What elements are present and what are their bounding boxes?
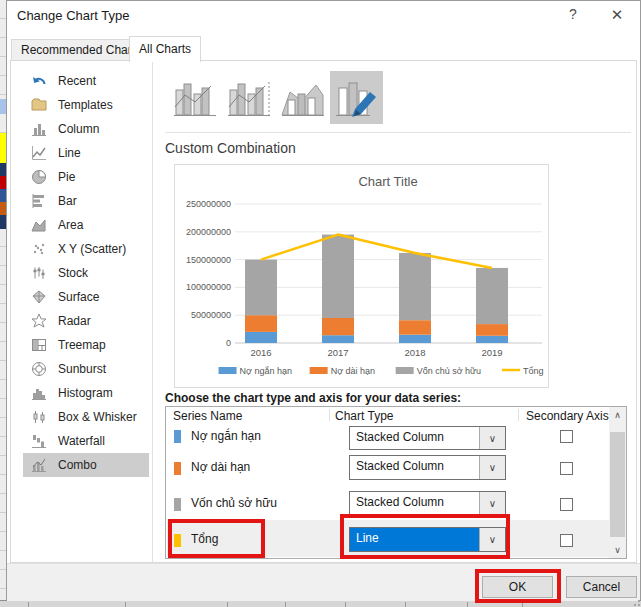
sidebar-item-label: Column — [58, 122, 99, 136]
sidebar-divider — [152, 61, 153, 562]
svg-text:250000000: 250000000 — [186, 199, 231, 209]
scatter-icon — [31, 241, 47, 257]
combo-variant-stacked-area-clustered-column[interactable] — [276, 71, 329, 124]
worksheet-gridline — [467, 602, 468, 607]
column-header-secondary-axis: Secondary Axis — [526, 409, 609, 423]
combo-variant-clustered-column-line-on-secondary-axis[interactable] — [222, 71, 275, 124]
secondary-axis-checkbox[interactable] — [560, 462, 573, 475]
series-table: Series NameChart TypeSecondary AxisNợ ng… — [165, 406, 627, 559]
sidebar-item-sunburst[interactable]: Sunburst — [23, 357, 149, 381]
waterfall-icon — [31, 433, 47, 449]
sidebar-item-box-whisker[interactable]: Box & Whisker — [23, 405, 149, 429]
sunburst-icon — [31, 361, 47, 377]
secondary-axis-checkbox[interactable] — [560, 534, 573, 547]
svg-text:0: 0 — [226, 338, 231, 348]
secondary-axis-checkbox[interactable] — [560, 498, 573, 511]
svg-text:200000000: 200000000 — [186, 227, 231, 237]
series-name-label: Nợ ngắn hạn — [191, 429, 261, 443]
svg-text:Tổng: Tổng — [523, 366, 544, 376]
scrollbar-thumb[interactable] — [610, 432, 625, 537]
chart-type-dropdown[interactable]: Stacked Column∨ — [349, 455, 506, 480]
resize-grip[interactable] — [634, 596, 636, 598]
sidebar-item-column[interactable]: Column — [23, 117, 149, 141]
sidebar-item-label: Box & Whisker — [58, 410, 137, 424]
chart-type-dropdown[interactable]: Line∨ — [349, 527, 506, 552]
column-divider — [329, 409, 330, 421]
svg-text:2016: 2016 — [250, 347, 271, 358]
scroll-down-icon[interactable]: ∨ — [609, 542, 626, 558]
help-icon[interactable]: ? — [558, 6, 588, 22]
section-heading: Custom Combination — [165, 140, 296, 156]
svg-text:Nợ ngắn hạn: Nợ ngắn hạn — [240, 366, 292, 376]
cancel-button[interactable]: Cancel — [566, 576, 637, 598]
chart-type-value: Line — [350, 528, 479, 551]
series-name-label: Tổng — [191, 532, 218, 546]
worksheet-gridline — [227, 602, 228, 607]
chart-preview: Chart Title05000000010000000015000000020… — [174, 164, 549, 388]
sidebar-item-label: Waterfall — [58, 434, 105, 448]
sidebar-item-label: Stock — [58, 266, 88, 280]
sidebar-item-line[interactable]: Line — [23, 141, 149, 165]
worksheet-gridline — [125, 602, 126, 607]
combo-variant-clustered-column-line[interactable] — [168, 71, 221, 124]
sidebar-item-templates[interactable]: Templates — [23, 93, 149, 117]
screenshot-stage: Change Chart Type ? ✕ Recommended Charts… — [0, 0, 641, 607]
chart-type-dropdown[interactable]: Stacked Column∨ — [349, 426, 506, 450]
sidebar-item-pie[interactable]: Pie — [23, 165, 149, 189]
templates-icon — [31, 97, 47, 113]
sidebar-item-radar[interactable]: Radar — [23, 309, 149, 333]
combo-icon — [31, 457, 47, 473]
preview-chart: Chart Title05000000010000000015000000020… — [175, 165, 548, 387]
tab-all-charts[interactable]: All Charts — [129, 36, 201, 62]
secondary-axis-checkbox[interactable] — [560, 430, 573, 443]
combo-variant-custom-combination[interactable] — [330, 71, 383, 124]
dialog-title: Change Chart Type — [17, 8, 130, 23]
sidebar-item-label: Radar — [58, 314, 91, 328]
table-scrollbar[interactable]: ∧∨ — [609, 407, 626, 558]
dialog-footer: OK Cancel — [7, 563, 640, 601]
variant-divider — [165, 132, 631, 133]
series-color-swatch — [174, 462, 181, 475]
sidebar-item-surface[interactable]: Surface — [23, 285, 149, 309]
pie-icon — [31, 169, 47, 185]
change-chart-type-dialog: Change Chart Type ? ✕ Recommended Charts… — [6, 0, 641, 600]
svg-text:Vốn chủ sở hữu: Vốn chủ sở hữu — [417, 366, 481, 376]
sidebar-item-combo[interactable]: Combo — [23, 453, 149, 477]
recent-icon — [31, 73, 47, 89]
series-color-swatch — [174, 498, 181, 511]
stock-icon — [31, 265, 47, 281]
column-divider — [518, 409, 519, 421]
sidebar-item-waterfall[interactable]: Waterfall — [23, 429, 149, 453]
worksheet-gridline — [405, 602, 406, 607]
chart-type-value: Stacked Column — [350, 456, 479, 479]
chevron-down-icon[interactable]: ∨ — [479, 456, 505, 479]
chart-type-dropdown[interactable]: Stacked Column∨ — [349, 491, 506, 516]
histogram-icon — [31, 385, 47, 401]
chevron-down-icon[interactable]: ∨ — [479, 528, 505, 551]
sidebar-item-label: Area — [58, 218, 83, 232]
scroll-up-icon[interactable]: ∧ — [609, 407, 626, 423]
sidebar-item-x-y-scatter[interactable]: X Y (Scatter) — [23, 237, 149, 261]
sidebar-item-label: Treemap — [58, 338, 106, 352]
sidebar-item-stock[interactable]: Stock — [23, 261, 149, 285]
chevron-down-icon[interactable]: ∨ — [479, 492, 505, 515]
excel-worksheet-bottom-edge — [0, 600, 641, 607]
sidebar-item-area[interactable]: Area — [23, 213, 149, 237]
sidebar-item-bar[interactable]: Bar — [23, 189, 149, 213]
box-whisker-icon — [31, 409, 47, 425]
chart-type-sidebar: RecentTemplatesColumnLinePieBarAreaX Y (… — [11, 69, 152, 477]
sidebar-item-label: Bar — [58, 194, 77, 208]
svg-text:Chart Title: Chart Title — [358, 174, 417, 189]
sidebar-item-recent[interactable]: Recent — [23, 69, 149, 93]
sidebar-item-histogram[interactable]: Histogram — [23, 381, 149, 405]
sidebar-item-label: Combo — [58, 458, 97, 472]
sidebar-item-label: Pie — [58, 170, 75, 184]
close-icon[interactable]: ✕ — [602, 6, 632, 24]
column-header-chart-type: Chart Type — [335, 409, 393, 423]
all-charts-panel: RecentTemplatesColumnLinePieBarAreaX Y (… — [10, 60, 637, 563]
ok-button[interactable]: OK — [482, 576, 553, 598]
bar-icon — [31, 193, 47, 209]
chevron-down-icon[interactable]: ∨ — [479, 427, 505, 449]
sidebar-item-treemap[interactable]: Treemap — [23, 333, 149, 357]
worksheet-gridline — [522, 602, 523, 607]
